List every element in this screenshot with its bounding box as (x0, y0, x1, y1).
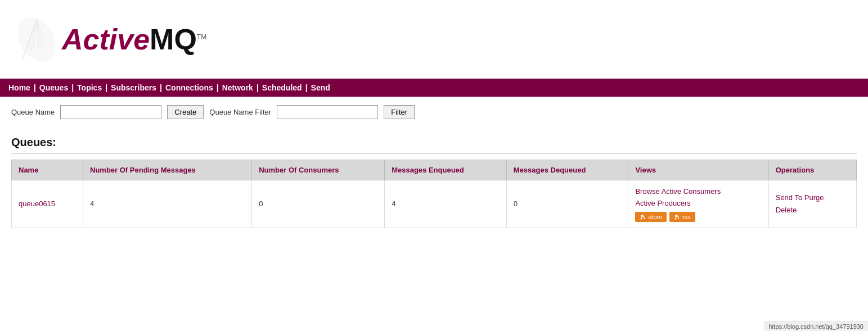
col-pending: Number Of Pending Messages (83, 160, 252, 180)
section-title: Queues: (0, 128, 868, 153)
col-operations: Operations (768, 160, 856, 180)
rss-feed-button[interactable]: rss (669, 212, 695, 222)
nav-sep-5: | (217, 83, 219, 92)
nav-send[interactable]: Send (311, 83, 330, 92)
atom-feed-button[interactable]: atom (635, 212, 666, 222)
nav-bar: Home | Queues | Topics | Subscribers | C… (0, 79, 868, 97)
nav-sep-4: | (160, 83, 162, 92)
nav-sep-6: | (257, 83, 259, 92)
nav-sep-7: | (305, 83, 308, 92)
section-divider (11, 153, 857, 154)
delete-link[interactable]: Delete (776, 204, 849, 216)
nav-network[interactable]: Network (222, 83, 253, 92)
col-dequeued: Messages Dequeued (506, 160, 628, 180)
create-button[interactable]: Create (167, 105, 204, 119)
nav-sep-1: | (34, 83, 36, 92)
logo-text: ActiveMQTM (62, 25, 206, 54)
feed-buttons: atom rss (635, 212, 761, 222)
feather-icon (11, 14, 62, 65)
col-consumers: Number Of Consumers (252, 160, 385, 180)
queues-table-wrap: Name Number Of Pending Messages Number O… (0, 160, 868, 228)
queue-name-input[interactable] (60, 105, 161, 119)
nav-scheduled[interactable]: Scheduled (262, 83, 302, 92)
cell-pending: 4 (83, 180, 252, 228)
queue-filter-label: Queue Name Filter (209, 108, 271, 116)
logo-area: ActiveMQTM (11, 14, 206, 65)
send-to-purge-link[interactable]: Send To Purge (776, 192, 849, 204)
nav-connections[interactable]: Connections (165, 83, 213, 92)
nav-subscribers[interactable]: Subscribers (111, 83, 156, 92)
cell-consumers: 0 (252, 180, 385, 228)
page-header: ActiveMQTM (0, 0, 868, 79)
cell-name: queue0615 (12, 180, 83, 228)
cell-enqueued: 4 (385, 180, 507, 228)
cell-views: Browse Active Consumers Active Producers… (628, 180, 768, 228)
active-producers-link[interactable]: Active Producers (635, 198, 761, 210)
toolbar: Queue Name Create Queue Name Filter Filt… (0, 97, 868, 128)
browse-active-consumers-link[interactable]: Browse Active Consumers (635, 186, 761, 198)
svg-point-9 (641, 217, 642, 219)
table-header: Name Number Of Pending Messages Number O… (12, 160, 857, 180)
queue-name-label: Queue Name (11, 108, 55, 116)
queue-name-link[interactable]: queue0615 (19, 199, 55, 208)
col-enqueued: Messages Enqueued (385, 160, 507, 180)
table-row: queue0615 4 0 4 0 Browse Active Consumer… (12, 180, 857, 228)
filter-button[interactable]: Filter (384, 105, 415, 119)
rss-icon (674, 214, 681, 220)
cell-dequeued: 0 (506, 180, 628, 228)
nav-home[interactable]: Home (8, 83, 30, 92)
col-views: Views (628, 160, 768, 180)
queues-table: Name Number Of Pending Messages Number O… (11, 160, 857, 228)
nav-sep-3: | (105, 83, 107, 92)
svg-rect-10 (674, 214, 681, 220)
nav-sep-2: | (71, 83, 74, 92)
queue-filter-input[interactable] (277, 105, 378, 119)
cell-operations: Send To Purge Delete (768, 180, 856, 228)
svg-point-11 (674, 217, 676, 219)
table-body: queue0615 4 0 4 0 Browse Active Consumer… (12, 180, 857, 228)
nav-topics[interactable]: Topics (77, 83, 102, 92)
nav-queues[interactable]: Queues (39, 83, 68, 92)
atom-icon (640, 214, 646, 220)
svg-rect-8 (640, 214, 646, 220)
col-name: Name (12, 160, 83, 180)
